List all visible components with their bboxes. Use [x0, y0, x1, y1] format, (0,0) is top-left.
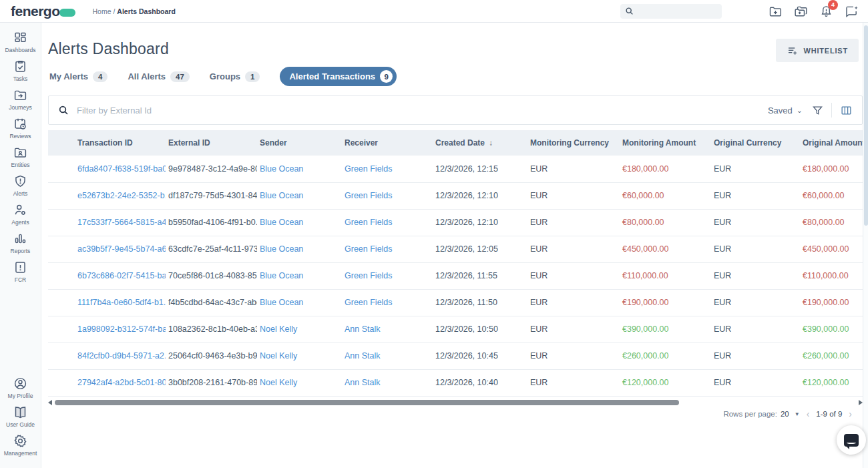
- sidebar-item-tasks[interactable]: Tasks: [1, 59, 41, 82]
- col-header-monitoring-currency[interactable]: Monitoring Currency: [527, 130, 620, 156]
- saved-filters-dropdown[interactable]: Saved ⌄: [768, 105, 803, 115]
- receiver-link[interactable]: Green Fields: [345, 244, 393, 254]
- external-id-cell: 25064cf0-9463-4e3b-b9...: [166, 342, 257, 369]
- receiver-link[interactable]: Green Fields: [345, 218, 393, 227]
- sender-link[interactable]: Blue Ocean: [260, 271, 303, 280]
- col-header-original-currency[interactable]: Original Currency: [711, 130, 800, 156]
- sidebar-item-reports[interactable]: Reports: [1, 232, 41, 254]
- transaction-id-link[interactable]: 6fda8407-f638-519f-ba0...: [77, 164, 166, 174]
- original-amount-cell: €450,000.00: [800, 236, 863, 262]
- add-folder-button[interactable]: [769, 5, 782, 18]
- sender-link[interactable]: Noel Kelly: [260, 351, 297, 361]
- sidebar-label: Reports: [11, 248, 31, 254]
- notifications-bell-icon[interactable]: 4: [820, 5, 833, 18]
- fenergo-logo[interactable]: fenergo: [11, 3, 75, 19]
- table-row[interactable]: 111f7b4a-0e60-5df4-b1... f4b5cdbd-64ac-4…: [48, 289, 863, 316]
- monitoring-currency-cell: EUR: [527, 289, 620, 316]
- transaction-id-link[interactable]: 111f7b4a-0e60-5df4-b1...: [77, 298, 166, 307]
- table-row[interactable]: 1a998092-b312-574f-ba... 108a2362-8c1b-4…: [48, 316, 863, 342]
- transaction-id-link[interactable]: e52673b2-24e2-5352-b...: [77, 191, 166, 200]
- col-header-receiver[interactable]: Receiver: [342, 130, 433, 156]
- col-header-sender[interactable]: Sender: [257, 130, 342, 156]
- scrollbar-track[interactable]: [55, 400, 849, 405]
- table-row[interactable]: e52673b2-24e2-5352-b... df187c79-75d5-43…: [48, 182, 863, 209]
- col-header-original-amount[interactable]: Original Amount: [800, 130, 863, 156]
- sidebar-item-dashboards[interactable]: Dashboards: [1, 31, 41, 53]
- sender-link[interactable]: Blue Ocean: [260, 244, 303, 254]
- sidebar-item-fcr[interactable]: FCR: [1, 260, 41, 283]
- sender-link[interactable]: Blue Ocean: [260, 191, 303, 200]
- breadcrumb-home[interactable]: Home: [93, 7, 112, 15]
- receiver-link[interactable]: Green Fields: [345, 164, 393, 174]
- saved-label: Saved: [768, 105, 793, 115]
- transaction-id-link[interactable]: 17c533f7-5664-5815-a4...: [77, 218, 166, 227]
- receiver-link[interactable]: Ann Stalk: [345, 324, 381, 334]
- tab-all-alerts[interactable]: All Alerts 47: [128, 68, 189, 85]
- tab-alerted-transactions[interactable]: Alerted Transactions 9: [280, 67, 397, 86]
- sidebar-label: Management: [4, 450, 37, 457]
- receiver-link[interactable]: Ann Stalk: [345, 351, 381, 361]
- sender-link[interactable]: Noel Kelly: [260, 324, 297, 334]
- monitoring-amount-cell: €450,000.00: [620, 236, 711, 262]
- col-header-external-id[interactable]: External ID: [166, 130, 257, 156]
- global-search-input[interactable]: [634, 7, 714, 15]
- scrollbar-thumb[interactable]: [55, 400, 679, 405]
- sender-link[interactable]: Blue Ocean: [260, 218, 303, 227]
- sidebar-label: FCR: [15, 276, 26, 283]
- profile-icon: [13, 377, 27, 391]
- sidebar-item-entities[interactable]: Entities: [1, 146, 41, 168]
- horizontal-scrollbar[interactable]: [48, 398, 863, 407]
- vertical-scrollbar-thumb[interactable]: [864, 25, 868, 226]
- sender-link[interactable]: Blue Ocean: [260, 298, 303, 307]
- transaction-id-link[interactable]: 27942af4-a2bd-5c01-80...: [77, 378, 166, 387]
- columns-icon[interactable]: [840, 105, 853, 116]
- tab-my-alerts[interactable]: My Alerts 4: [49, 68, 107, 85]
- sidebar-item-journeys[interactable]: Journeys: [1, 88, 41, 111]
- transaction-id-link[interactable]: 6b73c686-02f7-5415-ba...: [77, 271, 166, 280]
- table-row[interactable]: 6b73c686-02f7-5415-ba... 70ce5f86-01c8-4…: [48, 262, 863, 289]
- tab-groups[interactable]: Groups 1: [210, 68, 260, 85]
- sidebar-item-reviews[interactable]: Reviews: [1, 117, 41, 140]
- whitelist-button[interactable]: WHITELIST: [776, 39, 859, 62]
- sidebar-item-my-profile[interactable]: My Profile: [1, 377, 41, 399]
- vertical-scrollbar[interactable]: [863, 23, 868, 468]
- filter-funnel-icon[interactable]: [812, 105, 823, 116]
- transaction-id-link[interactable]: 1a998092-b312-574f-ba...: [77, 324, 166, 334]
- table-row[interactable]: 84f2cfb0-d9b4-5971-a2... 25064cf0-9463-4…: [48, 342, 863, 369]
- sender-link[interactable]: Noel Kelly: [260, 378, 297, 387]
- receiver-link[interactable]: Green Fields: [345, 298, 393, 307]
- receiver-link[interactable]: Ann Stalk: [345, 378, 381, 387]
- global-search[interactable]: [620, 4, 722, 19]
- transaction-id-link[interactable]: ac39b5f7-9e45-5b74-a6...: [77, 244, 166, 254]
- previous-page-arrow[interactable]: ‹: [807, 409, 810, 419]
- table-row[interactable]: ac39b5f7-9e45-5b74-a6... 63cdfc7e-25af-4…: [48, 236, 863, 262]
- sidebar-label: My Profile: [8, 393, 33, 399]
- sidebar-item-user-guide[interactable]: User Guide: [1, 405, 41, 428]
- sidebar-item-alerts[interactable]: Alerts: [1, 174, 41, 197]
- original-amount-cell: €80,000.00: [800, 209, 863, 236]
- table-row[interactable]: 27942af4-a2bd-5c01-80... 3b0bf208-2161-4…: [48, 369, 863, 396]
- chat-widget-button[interactable]: [837, 425, 866, 455]
- created-date-cell: 12/3/2026, 11:50: [433, 289, 527, 316]
- page-title: Alerts Dashboard: [48, 40, 169, 58]
- add-folders-button[interactable]: [794, 5, 808, 18]
- col-header-monitoring-amount[interactable]: Monitoring Amount: [620, 130, 711, 156]
- table-row[interactable]: 17c533f7-5664-5815-a4... b5950fad-4106-4…: [48, 209, 863, 236]
- sender-link[interactable]: Blue Ocean: [260, 164, 303, 174]
- transaction-id-link[interactable]: 84f2cfb0-d9b4-5971-a2...: [77, 351, 166, 361]
- receiver-link[interactable]: Green Fields: [345, 191, 393, 200]
- sidebar-item-management[interactable]: Management: [1, 434, 41, 457]
- col-header-transaction-id[interactable]: Transaction ID: [75, 130, 166, 156]
- rows-per-page-caret-icon[interactable]: ▼: [795, 411, 800, 417]
- receiver-link[interactable]: Green Fields: [345, 271, 393, 280]
- col-header-created-date[interactable]: Created Date↓: [433, 130, 527, 156]
- table-row[interactable]: 6fda8407-f638-519f-ba0... 9e978487-3c12-…: [48, 156, 863, 182]
- sidebar-item-agents[interactable]: Agents: [1, 203, 41, 226]
- filter-input[interactable]: [77, 105, 768, 115]
- book-icon: [13, 405, 27, 419]
- feedback-chat-sparkle-icon[interactable]: [845, 5, 859, 18]
- monitoring-amount-cell: €110,000.00: [620, 262, 711, 289]
- rows-per-page-value[interactable]: 20: [781, 410, 789, 418]
- scroll-left-arrow[interactable]: [48, 400, 52, 405]
- next-page-arrow[interactable]: ›: [849, 409, 852, 419]
